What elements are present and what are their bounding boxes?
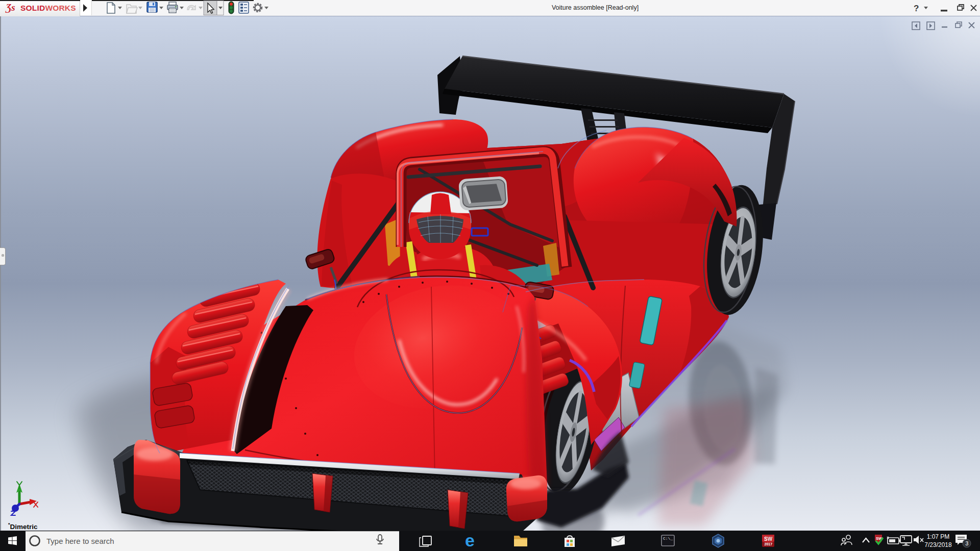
svg-text:2017: 2017 bbox=[765, 542, 773, 546]
svg-text:SW: SW bbox=[764, 536, 773, 542]
svg-text:e: e bbox=[465, 531, 475, 550]
svg-text:SOLIDWORKS: SOLIDWORKS bbox=[20, 4, 76, 12]
svg-text:Ʒs: Ʒs bbox=[5, 2, 15, 13]
svg-text:C:\_: C:\_ bbox=[663, 536, 673, 541]
svg-text:?: ? bbox=[914, 4, 919, 13]
svg-text:3: 3 bbox=[965, 540, 968, 546]
